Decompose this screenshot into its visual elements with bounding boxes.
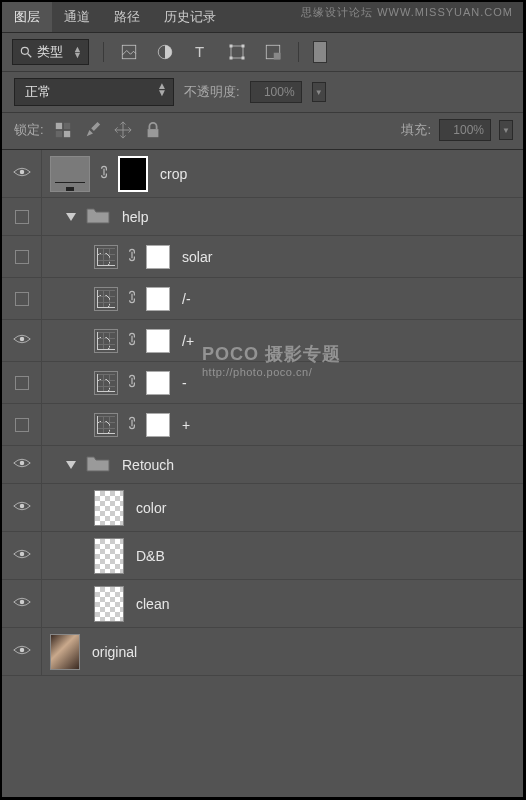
layer-content: crop (42, 156, 515, 192)
layer-name: D&B (136, 548, 165, 564)
dropdown-arrows-icon: ▲▼ (157, 82, 167, 96)
visibility-toggle[interactable] (2, 198, 42, 235)
watermark-url: http://photo.poco.cn/ (202, 366, 341, 378)
layer-thumbnail[interactable] (50, 634, 80, 670)
eye-icon (13, 456, 31, 474)
svg-rect-5 (231, 46, 243, 58)
expand-arrow-icon[interactable] (66, 213, 76, 221)
layer-thumbnail[interactable] (94, 490, 124, 526)
eye-icon (13, 332, 31, 350)
layer-content: color (42, 490, 515, 526)
blend-toolbar: 正常 ▲▼ 不透明度: 100% ▼ (2, 72, 523, 113)
layer-thumbnail[interactable] (50, 156, 90, 192)
adjustment-curves-icon[interactable] (94, 413, 118, 437)
adjustment-curves-icon[interactable] (94, 371, 118, 395)
layer-row-solar[interactable]: solar (2, 236, 523, 278)
filter-toggle[interactable] (313, 41, 327, 63)
layer-content: Retouch (42, 453, 515, 477)
layer-row-color[interactable]: color (2, 484, 523, 532)
tab-history[interactable]: 历史记录 (152, 2, 228, 32)
layer-content: D&B (42, 538, 515, 574)
tab-paths[interactable]: 路径 (102, 2, 152, 32)
svg-rect-7 (241, 45, 244, 48)
layer-name: original (92, 644, 137, 660)
layer-row-original[interactable]: original (2, 628, 523, 676)
visibility-toggle[interactable] (2, 320, 42, 361)
svg-line-1 (28, 54, 32, 58)
blend-mode-dropdown[interactable]: 正常 ▲▼ (14, 78, 174, 106)
layer-mask[interactable] (146, 371, 170, 395)
layer-thumbnail[interactable] (94, 538, 124, 574)
svg-point-20 (19, 503, 24, 508)
layer-name: solar (182, 249, 212, 265)
fill-flyout[interactable]: ▼ (499, 120, 513, 140)
svg-rect-16 (147, 129, 158, 137)
visibility-toggle[interactable] (2, 236, 42, 277)
layer-content: clean (42, 586, 515, 622)
lock-all-icon[interactable] (142, 120, 164, 140)
filter-pixel-icon[interactable] (118, 42, 140, 62)
lock-transparency-icon[interactable] (52, 120, 74, 140)
layer-row-retouch[interactable]: Retouch (2, 446, 523, 484)
visibility-toggle[interactable] (2, 150, 42, 197)
layer-row-slashminus[interactable]: /- (2, 278, 523, 320)
checkbox-icon (15, 376, 29, 390)
layer-row-db[interactable]: D&B (2, 532, 523, 580)
lock-label: 锁定: (14, 121, 44, 139)
svg-point-17 (19, 169, 24, 174)
layer-mask[interactable] (146, 329, 170, 353)
expand-arrow-icon[interactable] (66, 461, 76, 469)
visibility-toggle[interactable] (2, 628, 42, 675)
layer-row-crop[interactable]: crop (2, 150, 523, 198)
svg-point-18 (19, 336, 24, 341)
adjustment-curves-icon[interactable] (94, 245, 118, 269)
link-icon (126, 247, 138, 267)
filter-type-icon[interactable]: T (190, 42, 212, 62)
opacity-input[interactable]: 100% (250, 81, 302, 103)
fill-input[interactable]: 100% (439, 119, 491, 141)
visibility-toggle[interactable] (2, 404, 42, 445)
layer-mask[interactable] (118, 156, 148, 192)
filter-adjustment-icon[interactable] (154, 42, 176, 62)
eye-icon (13, 165, 31, 183)
layer-row-clean[interactable]: clean (2, 580, 523, 628)
fill-label: 填充: (401, 121, 431, 139)
layer-mask[interactable] (146, 245, 170, 269)
adjustment-curves-icon[interactable] (94, 329, 118, 353)
svg-rect-15 (64, 131, 70, 137)
layer-mask[interactable] (146, 287, 170, 311)
opacity-flyout[interactable]: ▼ (312, 82, 326, 102)
layer-row-help[interactable]: help (2, 198, 523, 236)
eye-icon (13, 595, 31, 613)
eye-icon (13, 643, 31, 661)
layer-filter-dropdown[interactable]: 类型 ▲▼ (12, 39, 89, 65)
layer-content: help (42, 205, 515, 229)
visibility-toggle[interactable] (2, 532, 42, 579)
layer-row-plus[interactable]: + (2, 404, 523, 446)
adjustment-curves-icon[interactable] (94, 287, 118, 311)
visibility-toggle[interactable] (2, 362, 42, 403)
layer-name: crop (160, 166, 187, 182)
svg-rect-9 (241, 57, 244, 60)
visibility-toggle[interactable] (2, 446, 42, 483)
tab-channels[interactable]: 通道 (52, 2, 102, 32)
layer-thumbnail[interactable] (94, 586, 124, 622)
separator (103, 42, 104, 62)
filter-shape-icon[interactable] (226, 42, 248, 62)
layer-name: Retouch (122, 457, 174, 473)
tab-layers[interactable]: 图层 (2, 2, 52, 32)
folder-icon (86, 205, 110, 229)
layer-mask[interactable] (146, 413, 170, 437)
dropdown-arrows-icon: ▲▼ (73, 46, 82, 58)
layer-name: - (182, 375, 187, 391)
visibility-toggle[interactable] (2, 580, 42, 627)
lock-brush-icon[interactable] (82, 120, 104, 140)
lock-position-icon[interactable] (112, 120, 134, 140)
visibility-toggle[interactable] (2, 278, 42, 319)
folder-icon (86, 453, 110, 477)
filter-smartobject-icon[interactable] (262, 42, 284, 62)
svg-rect-14 (55, 131, 61, 137)
link-icon (126, 415, 138, 435)
svg-rect-12 (55, 123, 61, 129)
visibility-toggle[interactable] (2, 484, 42, 531)
